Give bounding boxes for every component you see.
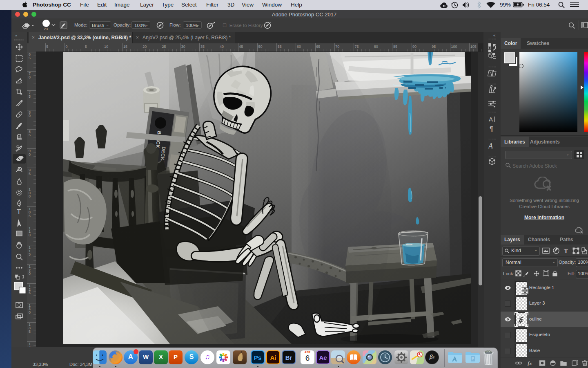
svg-text:T: T	[17, 208, 21, 216]
svg-text:¶: ¶	[490, 126, 493, 132]
svg-text:fx: fx	[528, 360, 532, 366]
svg-text:A: A	[488, 142, 493, 150]
svg-text:A: A	[489, 116, 493, 123]
svg-text:T: T	[564, 248, 568, 254]
